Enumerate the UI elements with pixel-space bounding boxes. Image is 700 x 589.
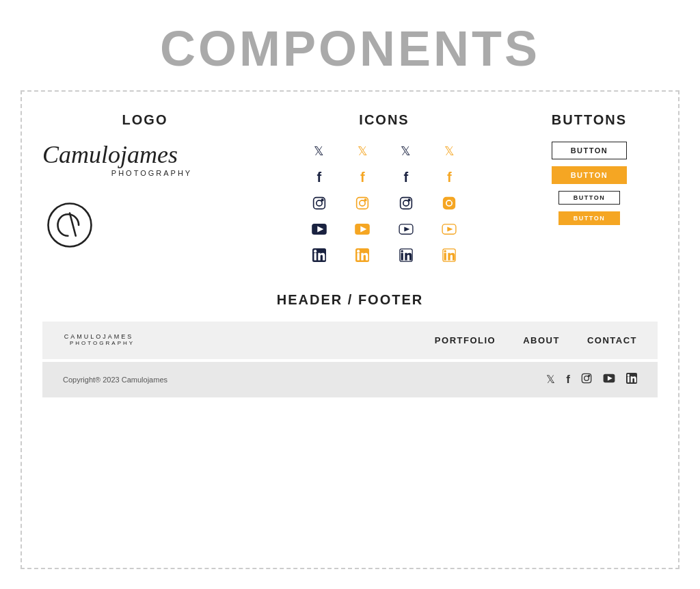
svg-rect-40 — [628, 376, 630, 382]
svg-point-0 — [49, 203, 92, 246]
facebook-icon-dark2: f — [396, 168, 416, 187]
instagram-icon-dark2 — [396, 194, 416, 213]
footer-bar: Copyright® 2023 Camulojames 𝕏 f — [42, 362, 658, 397]
footer-youtube-icon — [603, 374, 615, 386]
hf-heading: HEADER / FOOTER — [42, 292, 658, 308]
header-footer-section: HEADER / FOOTER Camulojames PHOTOGRAPHY … — [42, 292, 658, 397]
linkedin-icon-dark2 — [396, 246, 416, 265]
instagram-icon-dark — [310, 194, 329, 213]
svg-point-4 — [321, 199, 323, 201]
twitter-icon-dark: 𝕏 — [310, 142, 329, 161]
svg-marker-21 — [448, 226, 453, 231]
footer-copyright: Copyright® 2023 Camulojames — [63, 376, 167, 384]
svg-point-41 — [628, 374, 630, 376]
svg-point-13 — [452, 199, 454, 201]
instagram-icon-orange2 — [440, 194, 459, 213]
svg-point-33 — [444, 250, 446, 252]
svg-point-30 — [401, 250, 403, 252]
twitter-icon-orange: 𝕏 — [353, 142, 372, 161]
youtube-icon-dark2 — [396, 220, 416, 239]
svg-rect-29 — [401, 253, 403, 261]
logo-heading: LOGO — [42, 112, 247, 128]
logo-script-text: Camulojames PHOTOGRAPHY — [42, 142, 247, 177]
logo-section: LOGO Camulojames PHOTOGRAPHY — [42, 112, 247, 252]
youtube-icon-dark — [310, 220, 329, 239]
nav-portfolio[interactable]: PORTFOLIO — [435, 335, 496, 345]
icons-grid: 𝕏 𝕏 𝕏 𝕏 f f f f — [302, 142, 466, 265]
button-filled-large[interactable]: BUTTON — [552, 166, 627, 184]
facebook-icon-orange: f — [353, 168, 372, 187]
header-logo-script: Camulojames PHOTOGRAPHY — [63, 334, 135, 347]
header-nav: PORTFOLIO ABOUT CONTACT — [435, 335, 637, 345]
youtube-icon-orange2 — [440, 220, 459, 239]
header-logo: Camulojames PHOTOGRAPHY — [63, 334, 135, 347]
twitter-icon-dark2: 𝕏 — [396, 142, 416, 161]
button-filled-small[interactable]: BUTTON — [558, 211, 620, 225]
svg-rect-23 — [314, 253, 316, 261]
components-container: LOGO Camulojames PHOTOGRAPHY ICONS 𝕏 𝕏 — [21, 90, 679, 569]
icons-section: ICONS 𝕏 𝕏 𝕏 𝕏 f f f f — [302, 112, 466, 265]
buttons-section: BUTTONS BUTTON BUTTON BUTTON BUTTON — [521, 112, 658, 232]
footer-icons: 𝕏 f — [546, 373, 637, 387]
footer-twitter-icon: 𝕏 — [546, 373, 555, 386]
linkedin-icon-orange2 — [440, 246, 459, 265]
svg-point-9 — [403, 200, 409, 206]
footer-instagram-icon — [581, 373, 592, 387]
svg-point-7 — [365, 199, 367, 201]
linkedin-icon-orange — [353, 246, 372, 265]
instagram-icon-orange — [353, 194, 372, 213]
buttons-heading: BUTTONS — [521, 112, 658, 128]
logo-mark — [42, 198, 97, 252]
linkedin-icon-dark — [310, 246, 329, 265]
nav-contact[interactable]: CONTACT — [587, 335, 637, 345]
header-bar: Camulojames PHOTOGRAPHY PORTFOLIO ABOUT … — [42, 322, 658, 359]
twitter-icon-orange2: 𝕏 — [440, 142, 459, 161]
svg-rect-26 — [358, 253, 360, 261]
facebook-icon-dark: f — [310, 168, 329, 187]
button-outline-small[interactable]: BUTTON — [558, 191, 620, 205]
footer-facebook-icon: f — [566, 373, 570, 387]
page-title: COMPONENTS — [0, 0, 700, 90]
svg-point-24 — [314, 250, 317, 252]
svg-point-10 — [408, 199, 410, 201]
svg-point-3 — [317, 200, 322, 206]
svg-rect-32 — [444, 253, 446, 261]
nav-about[interactable]: ABOUT — [523, 335, 560, 345]
icons-heading: ICONS — [302, 112, 466, 128]
button-outline-large[interactable]: BUTTON — [552, 142, 627, 159]
youtube-icon-orange — [353, 220, 372, 239]
facebook-icon-orange2: f — [440, 168, 459, 187]
svg-point-27 — [357, 250, 360, 252]
svg-point-35 — [584, 376, 589, 380]
svg-point-36 — [589, 375, 590, 376]
svg-marker-19 — [404, 226, 409, 231]
svg-point-6 — [360, 200, 365, 206]
footer-linkedin-icon — [626, 373, 637, 387]
